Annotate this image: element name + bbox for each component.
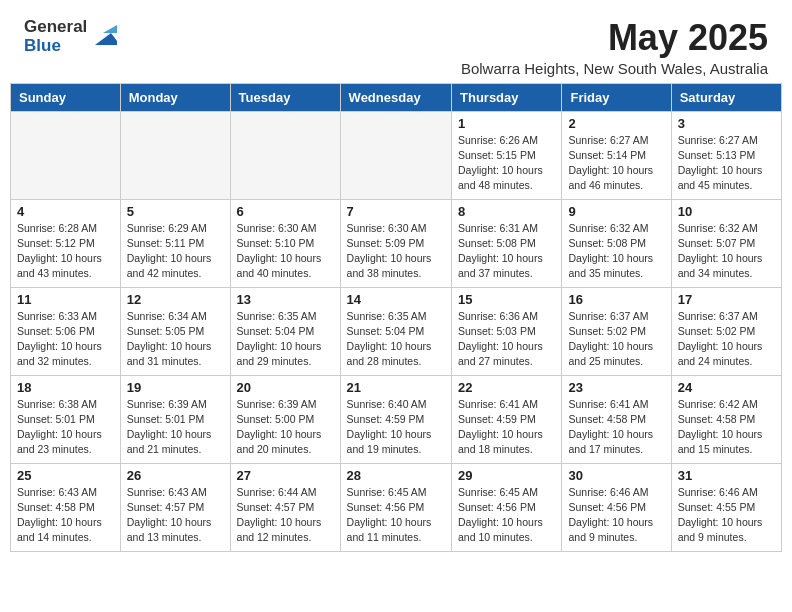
logo-blue-text: Blue [24,37,87,56]
calendar-day-cell: 6Sunrise: 6:30 AMSunset: 5:10 PMDaylight… [230,199,340,287]
calendar-day-cell: 21Sunrise: 6:40 AMSunset: 4:59 PMDayligh… [340,375,451,463]
calendar-day-cell: 24Sunrise: 6:42 AMSunset: 4:58 PMDayligh… [671,375,781,463]
calendar-day-cell [120,111,230,199]
calendar-day-cell: 19Sunrise: 6:39 AMSunset: 5:01 PMDayligh… [120,375,230,463]
day-info: Sunrise: 6:45 AMSunset: 4:56 PMDaylight:… [347,485,445,546]
calendar-table: SundayMondayTuesdayWednesdayThursdayFrid… [10,83,782,552]
calendar-week-row: 18Sunrise: 6:38 AMSunset: 5:01 PMDayligh… [11,375,782,463]
day-number: 30 [568,468,664,483]
day-number: 21 [347,380,445,395]
day-number: 7 [347,204,445,219]
day-of-week-header: Thursday [452,83,562,111]
day-number: 25 [17,468,114,483]
calendar-day-cell: 5Sunrise: 6:29 AMSunset: 5:11 PMDaylight… [120,199,230,287]
day-number: 22 [458,380,555,395]
day-info: Sunrise: 6:34 AMSunset: 5:05 PMDaylight:… [127,309,224,370]
day-info: Sunrise: 6:39 AMSunset: 5:00 PMDaylight:… [237,397,334,458]
calendar-day-cell: 3Sunrise: 6:27 AMSunset: 5:13 PMDaylight… [671,111,781,199]
day-number: 14 [347,292,445,307]
calendar-wrapper: SundayMondayTuesdayWednesdayThursdayFrid… [0,83,792,562]
svg-marker-1 [103,25,117,33]
calendar-day-cell: 13Sunrise: 6:35 AMSunset: 5:04 PMDayligh… [230,287,340,375]
day-info: Sunrise: 6:28 AMSunset: 5:12 PMDaylight:… [17,221,114,282]
calendar-day-cell: 8Sunrise: 6:31 AMSunset: 5:08 PMDaylight… [452,199,562,287]
calendar-day-cell: 25Sunrise: 6:43 AMSunset: 4:58 PMDayligh… [11,463,121,551]
calendar-day-cell: 12Sunrise: 6:34 AMSunset: 5:05 PMDayligh… [120,287,230,375]
calendar-day-cell: 22Sunrise: 6:41 AMSunset: 4:59 PMDayligh… [452,375,562,463]
day-info: Sunrise: 6:30 AMSunset: 5:10 PMDaylight:… [237,221,334,282]
day-info: Sunrise: 6:38 AMSunset: 5:01 PMDaylight:… [17,397,114,458]
day-info: Sunrise: 6:32 AMSunset: 5:07 PMDaylight:… [678,221,775,282]
day-info: Sunrise: 6:43 AMSunset: 4:58 PMDaylight:… [17,485,114,546]
day-number: 26 [127,468,224,483]
calendar-week-row: 1Sunrise: 6:26 AMSunset: 5:15 PMDaylight… [11,111,782,199]
day-info: Sunrise: 6:35 AMSunset: 5:04 PMDaylight:… [347,309,445,370]
day-number: 12 [127,292,224,307]
day-number: 10 [678,204,775,219]
day-number: 11 [17,292,114,307]
day-info: Sunrise: 6:32 AMSunset: 5:08 PMDaylight:… [568,221,664,282]
day-info: Sunrise: 6:42 AMSunset: 4:58 PMDaylight:… [678,397,775,458]
day-info: Sunrise: 6:31 AMSunset: 5:08 PMDaylight:… [458,221,555,282]
day-info: Sunrise: 6:33 AMSunset: 5:06 PMDaylight:… [17,309,114,370]
day-number: 2 [568,116,664,131]
calendar-day-cell: 2Sunrise: 6:27 AMSunset: 5:14 PMDaylight… [562,111,671,199]
day-info: Sunrise: 6:35 AMSunset: 5:04 PMDaylight:… [237,309,334,370]
calendar-day-cell: 15Sunrise: 6:36 AMSunset: 5:03 PMDayligh… [452,287,562,375]
calendar-day-cell [11,111,121,199]
day-of-week-header: Wednesday [340,83,451,111]
calendar-day-cell: 7Sunrise: 6:30 AMSunset: 5:09 PMDaylight… [340,199,451,287]
day-number: 3 [678,116,775,131]
day-info: Sunrise: 6:39 AMSunset: 5:01 PMDaylight:… [127,397,224,458]
day-number: 16 [568,292,664,307]
day-number: 19 [127,380,224,395]
calendar-day-cell: 30Sunrise: 6:46 AMSunset: 4:56 PMDayligh… [562,463,671,551]
calendar-day-cell [230,111,340,199]
calendar-day-cell: 14Sunrise: 6:35 AMSunset: 5:04 PMDayligh… [340,287,451,375]
logo-general-text: General [24,18,87,37]
logo: General Blue [24,18,117,55]
day-info: Sunrise: 6:37 AMSunset: 5:02 PMDaylight:… [678,309,775,370]
day-number: 27 [237,468,334,483]
day-of-week-header: Friday [562,83,671,111]
calendar-day-cell: 23Sunrise: 6:41 AMSunset: 4:58 PMDayligh… [562,375,671,463]
calendar-header-row: SundayMondayTuesdayWednesdayThursdayFrid… [11,83,782,111]
day-info: Sunrise: 6:46 AMSunset: 4:55 PMDaylight:… [678,485,775,546]
day-number: 6 [237,204,334,219]
month-year: May 2025 [461,18,768,58]
calendar-week-row: 11Sunrise: 6:33 AMSunset: 5:06 PMDayligh… [11,287,782,375]
calendar-day-cell: 29Sunrise: 6:45 AMSunset: 4:56 PMDayligh… [452,463,562,551]
day-of-week-header: Tuesday [230,83,340,111]
day-info: Sunrise: 6:37 AMSunset: 5:02 PMDaylight:… [568,309,664,370]
calendar-day-cell: 9Sunrise: 6:32 AMSunset: 5:08 PMDaylight… [562,199,671,287]
day-number: 18 [17,380,114,395]
calendar-day-cell: 17Sunrise: 6:37 AMSunset: 5:02 PMDayligh… [671,287,781,375]
calendar-week-row: 25Sunrise: 6:43 AMSunset: 4:58 PMDayligh… [11,463,782,551]
day-of-week-header: Saturday [671,83,781,111]
day-number: 1 [458,116,555,131]
day-info: Sunrise: 6:27 AMSunset: 5:14 PMDaylight:… [568,133,664,194]
location: Bolwarra Heights, New South Wales, Austr… [461,60,768,77]
day-of-week-header: Monday [120,83,230,111]
calendar-day-cell: 4Sunrise: 6:28 AMSunset: 5:12 PMDaylight… [11,199,121,287]
day-number: 15 [458,292,555,307]
calendar-week-row: 4Sunrise: 6:28 AMSunset: 5:12 PMDaylight… [11,199,782,287]
calendar-day-cell: 11Sunrise: 6:33 AMSunset: 5:06 PMDayligh… [11,287,121,375]
day-number: 5 [127,204,224,219]
day-info: Sunrise: 6:40 AMSunset: 4:59 PMDaylight:… [347,397,445,458]
day-number: 9 [568,204,664,219]
day-info: Sunrise: 6:46 AMSunset: 4:56 PMDaylight:… [568,485,664,546]
calendar-day-cell: 27Sunrise: 6:44 AMSunset: 4:57 PMDayligh… [230,463,340,551]
calendar-day-cell: 18Sunrise: 6:38 AMSunset: 5:01 PMDayligh… [11,375,121,463]
day-info: Sunrise: 6:45 AMSunset: 4:56 PMDaylight:… [458,485,555,546]
title-block: May 2025 Bolwarra Heights, New South Wal… [461,18,768,77]
day-number: 4 [17,204,114,219]
day-number: 24 [678,380,775,395]
calendar-day-cell: 10Sunrise: 6:32 AMSunset: 5:07 PMDayligh… [671,199,781,287]
day-number: 13 [237,292,334,307]
day-info: Sunrise: 6:41 AMSunset: 4:59 PMDaylight:… [458,397,555,458]
day-info: Sunrise: 6:30 AMSunset: 5:09 PMDaylight:… [347,221,445,282]
day-info: Sunrise: 6:29 AMSunset: 5:11 PMDaylight:… [127,221,224,282]
day-number: 29 [458,468,555,483]
day-of-week-header: Sunday [11,83,121,111]
